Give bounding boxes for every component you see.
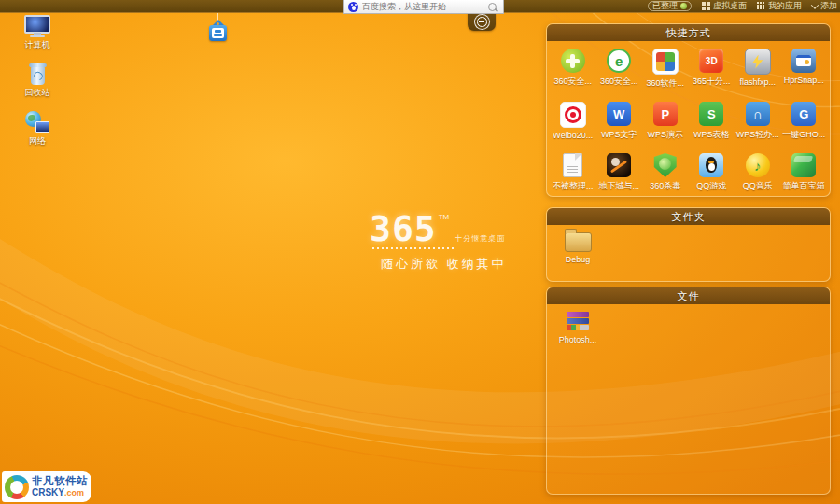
desktop-icon-label: 网络 — [13, 135, 62, 147]
hypersnap-icon — [791, 49, 816, 73]
shortcuts-panel: 快捷方式 360安全... e 360安全... 360软件... 3D 365… — [546, 23, 831, 197]
box-icon — [212, 28, 224, 38]
wps-writer-icon: W — [607, 102, 631, 126]
shortcut-365-desktop[interactable]: 3D 365十分... — [689, 49, 735, 90]
network-icon — [23, 111, 51, 133]
add-button[interactable]: 添加 — [812, 0, 837, 12]
trademark-text: TM — [439, 213, 450, 221]
recycle-bin-icon — [31, 66, 45, 85]
organized-status-button[interactable]: 已整理 — [648, 1, 692, 11]
qq-music-icon: ♪ — [746, 153, 770, 177]
folders-panel-title: 文件夹 — [672, 210, 706, 224]
window-icon — [702, 2, 710, 10]
watermark-site-name: 非凡软件站 — [32, 475, 88, 487]
wps-presentation-icon: P — [653, 102, 678, 126]
shortcut-qq-games[interactable]: QQ游戏 — [689, 153, 735, 192]
shortcut-wps-presentation[interactable]: P WPS演示 — [642, 102, 689, 141]
360-safety-icon — [561, 49, 585, 73]
wallpaper-slogan: 随心所欲 收纳其中 — [381, 256, 507, 273]
baidu-logo-icon — [348, 2, 358, 12]
file-item-photoshop-archive[interactable]: Photosh... — [553, 312, 603, 344]
chevron-down-icon — [811, 1, 819, 8]
brand-text: 365 — [370, 213, 437, 245]
shortcuts-panel-title: 快捷方式 — [666, 26, 711, 40]
shortcut-360-antivirus[interactable]: 360杀毒 — [642, 153, 689, 192]
toolbar-collapse-tab[interactable] — [468, 12, 496, 31]
toolbar-buttons: 已整理 虚拟桌面 我的应用 添加 — [648, 0, 837, 12]
organized-label: 已整理 — [652, 0, 678, 12]
desktop-icon-label: 计算机 — [13, 39, 62, 51]
text-document-icon — [563, 153, 582, 177]
files-panel-header[interactable]: 文件 — [547, 287, 830, 304]
shortcut-onekey-ghost[interactable]: G 一键GHO... — [781, 102, 828, 141]
watermark-site-url: CRSKY.com — [32, 487, 88, 498]
computer-icon — [23, 15, 51, 37]
365-desktop-icon: 3D — [699, 49, 723, 73]
collapse-icon — [477, 17, 487, 27]
shortcut-360-safety[interactable]: 360安全... — [550, 49, 596, 90]
qq-games-penguin-icon — [699, 153, 723, 177]
dnf-game-icon — [607, 153, 631, 177]
my-apps-label: 我的应用 — [768, 0, 802, 12]
my-apps-button[interactable]: 我的应用 — [757, 0, 802, 12]
shortcut-360-browser[interactable]: e 360安全... — [596, 49, 643, 90]
onekey-ghost-icon: G — [791, 102, 816, 126]
shortcut-wps-office-light[interactable]: ∩ WPS轻办... — [735, 102, 781, 141]
crsky-watermark: 非凡软件站 CRSKY.com — [2, 471, 91, 502]
shortcut-text-file[interactable]: 不被整理... — [550, 153, 596, 192]
rar-archive-icon — [567, 312, 589, 332]
search-input[interactable] — [362, 2, 484, 11]
weibo-icon — [560, 102, 586, 128]
folder-item-debug[interactable]: Debug — [553, 232, 603, 264]
shortcut-qq-music[interactable]: ♪ QQ音乐 — [735, 153, 781, 192]
wallpaper-365-logo: 365 TM 十分惬意桌面 随心所欲 收纳其中 — [370, 213, 507, 273]
desktop-icon-recycle-bin[interactable]: 回收站 — [13, 64, 62, 99]
folders-panel: 文件夹 Debug — [546, 207, 831, 282]
360-browser-icon: e — [607, 49, 631, 73]
360-software-manager-icon — [652, 49, 679, 75]
tag-body — [209, 25, 227, 41]
virtual-desktop-button[interactable]: 虚拟桌面 — [702, 0, 747, 12]
shortcuts-grid: 360安全... e 360安全... 360软件... 3D 365十分...… — [547, 41, 830, 192]
desktop: { "topbar": { "search_placeholder": "百度搜… — [0, 0, 840, 504]
desktop-icon-computer[interactable]: 计算机 — [13, 15, 62, 51]
shortcut-hprsnap[interactable]: HprSnap... — [781, 49, 828, 90]
status-dot-icon — [680, 3, 687, 9]
desktop-icon-label: 回收站 — [13, 87, 62, 99]
toolbox-cube-icon — [791, 153, 816, 177]
tag-hole — [217, 22, 219, 25]
shortcut-weibo[interactable]: Weibo20... — [550, 102, 596, 141]
shortcuts-panel-header[interactable]: 快捷方式 — [547, 24, 830, 41]
brand-side-text: 十分惬意桌面 — [455, 233, 505, 244]
wps-light-office-icon: ∩ — [746, 102, 770, 126]
wps-spreadsheet-icon: S — [699, 102, 723, 126]
shortcut-360-software[interactable]: 360软件... — [642, 49, 689, 90]
files-panel-title: 文件 — [678, 289, 700, 303]
virtual-desktop-label: 虚拟桌面 — [713, 0, 747, 12]
grid-icon — [757, 2, 765, 10]
search-icon[interactable] — [488, 3, 497, 11]
shortcut-dnf-game[interactable]: 地下城与... — [596, 153, 643, 192]
shortcut-wps-spreadsheet[interactable]: S WPS表格 — [689, 102, 735, 141]
shortcut-simple-toolbox[interactable]: 简单百宝箱 — [781, 153, 828, 192]
desktop-icon-network[interactable]: 网络 — [13, 111, 62, 147]
shortcut-wps-writer[interactable]: W WPS文字 — [596, 102, 643, 141]
shortcut-flashfxp[interactable]: flashfxp... — [735, 49, 781, 90]
add-label: 添加 — [820, 0, 837, 12]
folder-icon — [565, 232, 592, 252]
360-antivirus-shield-icon — [653, 153, 678, 177]
folders-panel-header[interactable]: 文件夹 — [547, 208, 830, 225]
flashfxp-icon — [745, 49, 771, 75]
organize-box-tag[interactable] — [209, 20, 227, 42]
baidu-search-box — [343, 0, 504, 14]
files-panel: 文件 Photosh... — [546, 287, 831, 495]
crsky-logo-icon — [5, 475, 29, 499]
